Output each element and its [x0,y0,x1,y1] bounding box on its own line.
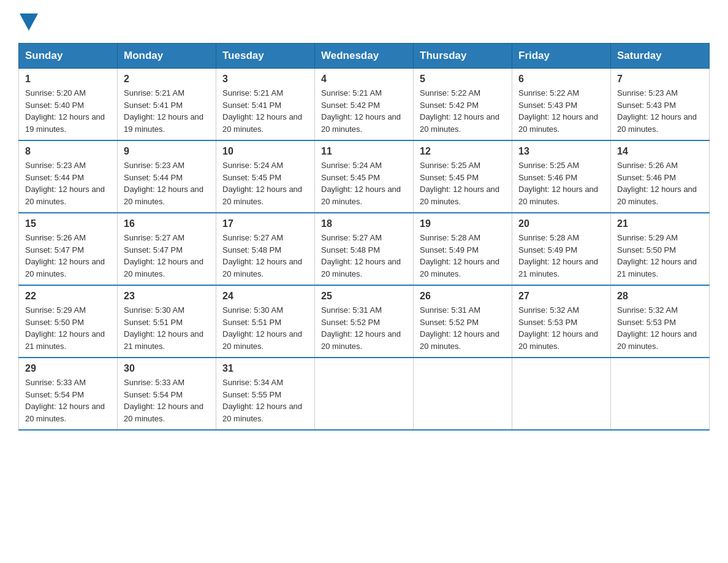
calendar-day-cell: 17 Sunrise: 5:27 AMSunset: 5:48 PMDaylig… [216,213,315,285]
day-number: 1 [25,74,111,85]
calendar-day-cell [315,358,414,430]
day-number: 27 [518,291,604,302]
day-number: 4 [321,74,407,85]
svg-marker-0 [20,13,38,31]
calendar-day-cell: 31 Sunrise: 5:34 AMSunset: 5:55 PMDaylig… [216,358,315,430]
day-info: Sunrise: 5:29 AMSunset: 5:50 PMDaylight:… [617,233,697,278]
day-info: Sunrise: 5:24 AMSunset: 5:45 PMDaylight:… [321,161,401,206]
day-number: 8 [25,146,111,157]
day-number: 14 [617,146,703,157]
logo-triangle-icon [20,13,38,31]
day-number: 10 [222,146,308,157]
calendar-week-row: 1 Sunrise: 5:20 AMSunset: 5:40 PMDayligh… [19,69,710,141]
page-header [18,12,710,31]
calendar-header-sunday: Sunday [19,44,118,69]
calendar-day-cell: 3 Sunrise: 5:21 AMSunset: 5:41 PMDayligh… [216,69,315,141]
calendar-header-wednesday: Wednesday [315,44,414,69]
day-info: Sunrise: 5:27 AMSunset: 5:48 PMDaylight:… [321,233,401,278]
day-number: 22 [25,291,111,302]
day-number: 9 [124,146,210,157]
calendar-day-cell: 2 Sunrise: 5:21 AMSunset: 5:41 PMDayligh… [118,69,216,141]
day-info: Sunrise: 5:23 AMSunset: 5:44 PMDaylight:… [25,161,105,206]
calendar-table: SundayMondayTuesdayWednesdayThursdayFrid… [18,43,710,431]
day-number: 13 [518,146,604,157]
calendar-day-cell: 10 Sunrise: 5:24 AMSunset: 5:45 PMDaylig… [216,140,315,213]
calendar-header-thursday: Thursday [414,44,512,69]
calendar-day-cell: 1 Sunrise: 5:20 AMSunset: 5:40 PMDayligh… [19,69,118,141]
day-info: Sunrise: 5:24 AMSunset: 5:45 PMDaylight:… [222,161,302,206]
day-info: Sunrise: 5:31 AMSunset: 5:52 PMDaylight:… [420,305,499,351]
day-number: 3 [222,74,308,85]
day-info: Sunrise: 5:22 AMSunset: 5:42 PMDaylight:… [420,88,499,134]
day-info: Sunrise: 5:23 AMSunset: 5:44 PMDaylight:… [124,161,203,206]
calendar-day-cell: 27 Sunrise: 5:32 AMSunset: 5:53 PMDaylig… [512,285,611,358]
day-info: Sunrise: 5:27 AMSunset: 5:48 PMDaylight:… [222,233,302,278]
calendar-day-cell: 24 Sunrise: 5:30 AMSunset: 5:51 PMDaylig… [216,285,315,358]
day-number: 24 [222,291,308,302]
day-info: Sunrise: 5:30 AMSunset: 5:51 PMDaylight:… [124,305,203,351]
calendar-header-saturday: Saturday [611,44,710,69]
calendar-day-cell [414,358,512,430]
calendar-day-cell: 30 Sunrise: 5:33 AMSunset: 5:54 PMDaylig… [118,358,216,430]
calendar-day-cell: 14 Sunrise: 5:26 AMSunset: 5:46 PMDaylig… [611,140,710,213]
calendar-day-cell: 6 Sunrise: 5:22 AMSunset: 5:43 PMDayligh… [512,69,611,141]
calendar-day-cell: 26 Sunrise: 5:31 AMSunset: 5:52 PMDaylig… [414,285,512,358]
day-info: Sunrise: 5:26 AMSunset: 5:47 PMDaylight:… [25,233,105,278]
day-number: 23 [124,291,210,302]
day-info: Sunrise: 5:25 AMSunset: 5:45 PMDaylight:… [420,161,499,206]
calendar-day-cell: 28 Sunrise: 5:32 AMSunset: 5:53 PMDaylig… [611,285,710,358]
calendar-day-cell: 7 Sunrise: 5:23 AMSunset: 5:43 PMDayligh… [611,69,710,141]
calendar-day-cell: 11 Sunrise: 5:24 AMSunset: 5:45 PMDaylig… [315,140,414,213]
calendar-week-row: 22 Sunrise: 5:29 AMSunset: 5:50 PMDaylig… [19,285,710,358]
day-number: 20 [518,218,604,229]
day-number: 16 [124,218,210,229]
calendar-header-row: SundayMondayTuesdayWednesdayThursdayFrid… [19,44,710,69]
calendar-day-cell: 15 Sunrise: 5:26 AMSunset: 5:47 PMDaylig… [19,213,118,285]
calendar-day-cell [512,358,611,430]
calendar-day-cell: 16 Sunrise: 5:27 AMSunset: 5:47 PMDaylig… [118,213,216,285]
day-info: Sunrise: 5:25 AMSunset: 5:46 PMDaylight:… [518,161,598,206]
calendar-day-cell: 19 Sunrise: 5:28 AMSunset: 5:49 PMDaylig… [414,213,512,285]
day-info: Sunrise: 5:29 AMSunset: 5:50 PMDaylight:… [25,305,105,351]
calendar-day-cell: 13 Sunrise: 5:25 AMSunset: 5:46 PMDaylig… [512,140,611,213]
calendar-day-cell: 8 Sunrise: 5:23 AMSunset: 5:44 PMDayligh… [19,140,118,213]
day-info: Sunrise: 5:33 AMSunset: 5:54 PMDaylight:… [124,378,203,423]
day-info: Sunrise: 5:27 AMSunset: 5:47 PMDaylight:… [124,233,203,278]
day-info: Sunrise: 5:28 AMSunset: 5:49 PMDaylight:… [518,233,598,278]
calendar-day-cell: 18 Sunrise: 5:27 AMSunset: 5:48 PMDaylig… [315,213,414,285]
calendar-day-cell: 9 Sunrise: 5:23 AMSunset: 5:44 PMDayligh… [118,140,216,213]
day-info: Sunrise: 5:21 AMSunset: 5:42 PMDaylight:… [321,88,401,134]
day-info: Sunrise: 5:23 AMSunset: 5:43 PMDaylight:… [617,88,697,134]
day-number: 7 [617,74,703,85]
day-info: Sunrise: 5:21 AMSunset: 5:41 PMDaylight:… [124,88,203,134]
day-info: Sunrise: 5:21 AMSunset: 5:41 PMDaylight:… [222,88,302,134]
day-number: 15 [25,218,111,229]
calendar-day-cell: 20 Sunrise: 5:28 AMSunset: 5:49 PMDaylig… [512,213,611,285]
logo [18,12,38,31]
calendar-header-tuesday: Tuesday [216,44,315,69]
day-number: 26 [420,291,506,302]
day-number: 6 [518,74,604,85]
day-info: Sunrise: 5:33 AMSunset: 5:54 PMDaylight:… [25,378,105,423]
day-number: 31 [222,363,308,374]
calendar-day-cell: 23 Sunrise: 5:30 AMSunset: 5:51 PMDaylig… [118,285,216,358]
calendar-header-friday: Friday [512,44,611,69]
calendar-day-cell [611,358,710,430]
day-number: 17 [222,218,308,229]
day-number: 25 [321,291,407,302]
day-number: 21 [617,218,703,229]
day-number: 11 [321,146,407,157]
day-number: 30 [124,363,210,374]
day-info: Sunrise: 5:32 AMSunset: 5:53 PMDaylight:… [518,305,598,351]
day-number: 12 [420,146,506,157]
day-info: Sunrise: 5:31 AMSunset: 5:52 PMDaylight:… [321,305,401,351]
calendar-header-monday: Monday [118,44,216,69]
day-info: Sunrise: 5:30 AMSunset: 5:51 PMDaylight:… [222,305,302,351]
calendar-day-cell: 29 Sunrise: 5:33 AMSunset: 5:54 PMDaylig… [19,358,118,430]
calendar-day-cell: 4 Sunrise: 5:21 AMSunset: 5:42 PMDayligh… [315,69,414,141]
calendar-day-cell: 22 Sunrise: 5:29 AMSunset: 5:50 PMDaylig… [19,285,118,358]
day-info: Sunrise: 5:28 AMSunset: 5:49 PMDaylight:… [420,233,499,278]
day-info: Sunrise: 5:22 AMSunset: 5:43 PMDaylight:… [518,88,598,134]
day-number: 5 [420,74,506,85]
day-number: 28 [617,291,703,302]
